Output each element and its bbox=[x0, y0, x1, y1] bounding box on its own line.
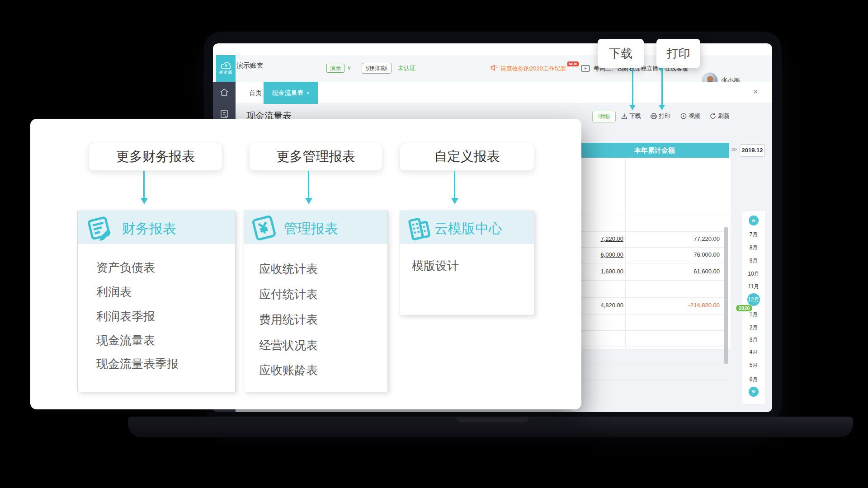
panel-cloud-templates: 云模版中心 模版设计 bbox=[400, 211, 534, 315]
row-total: 77,220.00 bbox=[629, 235, 720, 242]
ledger-icon[interactable] bbox=[219, 109, 229, 119]
edition-label: 标准版 bbox=[219, 70, 233, 75]
download-icon bbox=[621, 113, 627, 119]
month-item[interactable]: 4月 bbox=[742, 348, 765, 356]
reports-overlay-card: 更多财务报表 更多管理报表 自定义报表 财务报表 资产负债表 利润表 利润表季报… bbox=[30, 119, 581, 409]
month-item[interactable]: 1月 bbox=[742, 311, 765, 319]
month-item[interactable]: 11月 bbox=[742, 283, 765, 291]
panel-title: 云模版中心 bbox=[434, 220, 502, 238]
download-arrow bbox=[632, 69, 633, 105]
speaker-icon bbox=[491, 64, 498, 71]
menu-item[interactable]: 费用统计表 bbox=[259, 312, 318, 328]
menu-item[interactable]: 资产负债表 bbox=[96, 260, 155, 276]
print-button[interactable]: 打印 bbox=[651, 112, 670, 120]
month-item-selected[interactable]: 12月 bbox=[747, 293, 760, 306]
year-badge: 2020 bbox=[736, 305, 752, 311]
building-icon bbox=[405, 215, 433, 241]
callout-arrow bbox=[143, 171, 145, 198]
month-rail: 7月 8月 9月 10月 11月 12月 1月 2月 3月 4月 5月 6月 2… bbox=[742, 210, 765, 404]
menu-item[interactable]: 模版设计 bbox=[412, 258, 459, 274]
expand-columns-icon[interactable]: ≫ bbox=[731, 146, 737, 153]
panel-title: 财务报表 bbox=[122, 220, 176, 238]
column-divider bbox=[625, 158, 626, 349]
callout-financial-reports: 更多财务报表 bbox=[89, 143, 222, 171]
callout-arrowhead-icon bbox=[451, 198, 458, 204]
menu-item[interactable]: 经营状况表 bbox=[259, 338, 318, 353]
env-badge: 演示 bbox=[326, 64, 344, 73]
callout-arrow bbox=[308, 171, 309, 198]
download-arrowhead-icon bbox=[629, 105, 636, 110]
print-arrow bbox=[661, 69, 663, 105]
month-item[interactable]: 6月 bbox=[742, 376, 765, 384]
month-item[interactable]: 3月 bbox=[742, 336, 765, 344]
print-arrowhead-icon bbox=[659, 105, 665, 110]
cash-flow-table: 7,220.00 77,220.00 6,000.00 76,000.00 1,… bbox=[570, 158, 731, 349]
row-total: 61,600.00 bbox=[629, 268, 720, 275]
panel-financial-reports: 财务报表 资产负债表 利润表 利润表季报 现金流量表 现金流量表季报 bbox=[77, 211, 236, 392]
refresh-icon bbox=[710, 113, 716, 119]
callout-management-reports: 更多管理报表 bbox=[249, 143, 382, 171]
download-button[interactable]: 下载 bbox=[621, 112, 641, 120]
month-item[interactable]: 2月 bbox=[742, 324, 765, 332]
play-circle-icon bbox=[680, 113, 687, 119]
callout-arrowhead-icon bbox=[305, 198, 312, 204]
panel-close-icon[interactable]: × bbox=[753, 87, 758, 97]
scroll-up-icon[interactable] bbox=[749, 216, 759, 225]
month-item[interactable]: 9月 bbox=[742, 257, 765, 265]
month-item[interactable]: 10月 bbox=[742, 270, 765, 278]
app-logo[interactable]: 标准版 bbox=[216, 55, 236, 82]
download-tooltip: 下载 bbox=[598, 39, 644, 68]
month-item[interactable]: 5月 bbox=[742, 361, 765, 369]
announcement-link[interactable]: 请查收你的2020工作纪要 bbox=[500, 65, 566, 73]
tab-close-icon[interactable]: × bbox=[306, 90, 309, 96]
tab-bar: 首页 现金流量表 × bbox=[236, 82, 772, 104]
laptop-base-notch bbox=[457, 417, 529, 422]
menu-item[interactable]: 现金流量表 bbox=[96, 333, 155, 348]
menu-item[interactable]: 现金流量表季报 bbox=[96, 356, 179, 372]
account-underline bbox=[236, 77, 364, 77]
detail-button[interactable]: 明细 bbox=[592, 111, 616, 122]
row-total-negative: -214,820.00 bbox=[629, 302, 720, 309]
video-button[interactable]: 视频 bbox=[680, 112, 700, 120]
new-badge: NEW bbox=[567, 61, 579, 66]
home-icon[interactable] bbox=[219, 87, 229, 97]
scroll-down-icon[interactable] bbox=[749, 387, 759, 397]
report-yuan-icon bbox=[250, 215, 278, 241]
callout-custom-reports: 自定义报表 bbox=[400, 143, 534, 171]
switch-to-old-button[interactable]: 切到旧版 bbox=[362, 63, 392, 74]
video-player-icon bbox=[581, 64, 590, 72]
print-tooltip: 打印 bbox=[656, 39, 700, 68]
report-pen-icon bbox=[85, 215, 113, 241]
cloud-logo-icon bbox=[221, 62, 231, 69]
chevron-down-icon[interactable]: ∨ bbox=[347, 65, 351, 71]
refresh-button[interactable]: 刷新 bbox=[710, 112, 730, 120]
printer-icon bbox=[651, 113, 657, 119]
row-total: 76,000.00 bbox=[629, 251, 720, 258]
menu-item[interactable]: 利润表季报 bbox=[96, 309, 155, 324]
period-selector[interactable]: 2019.12 bbox=[740, 144, 765, 157]
tab-cash-flow[interactable]: 现金流量表 × bbox=[264, 82, 318, 104]
auth-status-badge: 未认证 bbox=[398, 64, 415, 72]
month-item[interactable]: 7月 bbox=[742, 231, 765, 239]
month-item[interactable]: 8月 bbox=[742, 244, 765, 252]
panel-management-reports: 管理报表 应收统计表 应付统计表 费用统计表 经营状况表 应收账龄表 bbox=[244, 211, 388, 392]
menu-item[interactable]: 应收统计表 bbox=[259, 261, 318, 277]
menu-item[interactable]: 应付统计表 bbox=[259, 286, 318, 302]
vertical-scrollbar[interactable] bbox=[724, 227, 728, 364]
menu-item[interactable]: 利润表 bbox=[96, 284, 132, 300]
table-column-header: 本年累计金额 bbox=[580, 143, 729, 158]
callout-arrow bbox=[454, 171, 455, 198]
panel-title: 管理报表 bbox=[284, 220, 338, 238]
menu-item[interactable]: 应收账龄表 bbox=[259, 362, 318, 378]
callout-arrowhead-icon bbox=[141, 198, 148, 204]
account-name[interactable]: 演示账套 bbox=[236, 61, 264, 70]
